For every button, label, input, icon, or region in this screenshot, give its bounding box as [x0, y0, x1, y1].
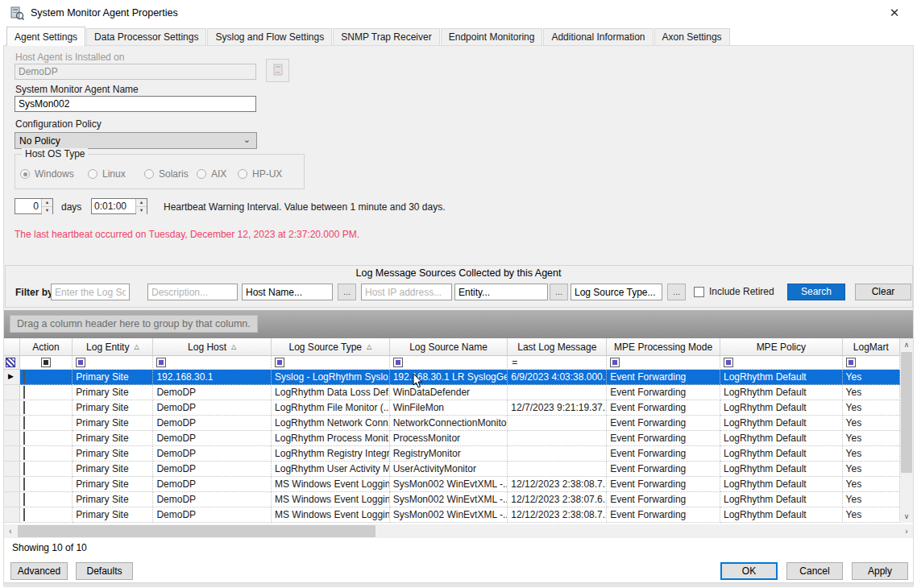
- table-row[interactable]: Primary SiteDemoDPMS Windows Event Loggi…: [4, 492, 900, 507]
- group-by-bar[interactable]: Drag a column header here to group by th…: [4, 310, 913, 338]
- agent-name-field[interactable]: [15, 96, 256, 112]
- cell-action: [20, 507, 73, 523]
- group-by-hint: Drag a column header here to group by th…: [10, 315, 258, 333]
- cancel-button[interactable]: Cancel: [786, 562, 843, 580]
- host-ip-filter-input[interactable]: [361, 284, 452, 300]
- vscroll-thumb[interactable]: [901, 352, 912, 473]
- filter-cell-action[interactable]: [20, 356, 73, 370]
- filter-cell-log-entity[interactable]: [73, 356, 153, 370]
- select-all-filter-icon: [41, 358, 51, 367]
- tab-agent-settings[interactable]: Agent Settings: [6, 27, 85, 46]
- tab-snmp-trap-receiver[interactable]: SNMP Trap Receiver: [333, 28, 439, 45]
- table-row[interactable]: Primary SiteDemoDPLogRhythm File Monitor…: [4, 400, 900, 416]
- defaults-button[interactable]: Defaults: [76, 562, 133, 580]
- filter-cell-logmart[interactable]: [843, 356, 900, 370]
- search-button[interactable]: Search: [787, 284, 845, 300]
- include-retired-option[interactable]: Include Retired: [694, 286, 774, 297]
- include-retired-checkbox[interactable]: [694, 287, 704, 297]
- apply-button[interactable]: Apply: [852, 562, 908, 580]
- row-checkbox[interactable]: [23, 416, 25, 429]
- table-row[interactable]: Primary SiteDemoDPMS Windows Event Loggi…: [4, 507, 900, 523]
- host-name-filter-input[interactable]: [242, 284, 333, 300]
- table-row[interactable]: Primary SiteDemoDPLogRhythm Process Moni…: [4, 431, 900, 446]
- hscroll-thumb[interactable]: [18, 525, 376, 537]
- host-name-browse-button[interactable]: ...: [338, 284, 356, 300]
- table-row[interactable]: Primary SiteDemoDPLogRhythm Registry Int…: [4, 446, 900, 462]
- row-checkbox[interactable]: [23, 401, 25, 414]
- spin-down-icon[interactable]: ▼: [42, 207, 52, 214]
- advanced-button[interactable]: Advanced: [10, 562, 68, 580]
- column-header-log-entity[interactable]: Log Entity△: [73, 338, 153, 356]
- row-indicator-cell: [4, 416, 20, 431]
- column-header-log-source-type[interactable]: Log Source Type△: [272, 338, 390, 356]
- cell-entity: Primary Site: [73, 400, 153, 416]
- description-filter-input[interactable]: [147, 284, 238, 300]
- os-radio-linux[interactable]: Linux: [88, 168, 126, 180]
- days-stepper[interactable]: 0 ▲▼: [15, 198, 53, 214]
- host-browse-button[interactable]: [266, 59, 289, 82]
- filter-cell-mpe-processing-mode[interactable]: [607, 356, 720, 370]
- clear-button[interactable]: Clear: [855, 284, 911, 300]
- os-radio-hp-ux[interactable]: HP-UX: [238, 168, 282, 180]
- os-radio-aix[interactable]: AIX: [197, 168, 226, 180]
- scroll-up-icon[interactable]: ∧: [900, 338, 913, 351]
- scroll-down-icon[interactable]: ∨: [900, 510, 913, 523]
- row-checkbox[interactable]: [23, 432, 25, 445]
- log-source-type-browse-button[interactable]: ...: [667, 284, 686, 300]
- row-checkbox[interactable]: [23, 462, 25, 475]
- scroll-left-icon[interactable]: ‹: [4, 524, 17, 538]
- table-row[interactable]: Primary SiteDemoDPLogRhythm Network Conn…: [4, 416, 900, 431]
- os-radio-windows[interactable]: Windows: [20, 168, 74, 180]
- entity-browse-button[interactable]: ...: [550, 284, 568, 300]
- column-header-logmart[interactable]: LogMart: [843, 338, 900, 356]
- filter-cell-mpe-policy[interactable]: [720, 356, 843, 370]
- column-header-log-source-name[interactable]: Log Source Name: [390, 338, 508, 356]
- row-checkbox[interactable]: [23, 508, 25, 521]
- interval-stepper[interactable]: 0:01:00 ▲▼: [91, 198, 147, 214]
- log-source-type-filter-input[interactable]: [571, 284, 662, 300]
- row-checkbox[interactable]: [23, 447, 25, 460]
- spin-down-icon[interactable]: ▼: [136, 207, 147, 214]
- tab-syslog-and-flow-settings[interactable]: Syslog and Flow Settings: [207, 28, 332, 45]
- ok-button[interactable]: OK: [720, 562, 778, 580]
- log-source-filter-input[interactable]: [51, 284, 130, 300]
- filter-by-label: Filter by: [15, 287, 53, 298]
- tab-axon-settings[interactable]: Axon Settings: [654, 28, 730, 45]
- os-radio-solaris[interactable]: Solaris: [144, 168, 189, 180]
- scroll-right-icon[interactable]: ›: [900, 524, 913, 538]
- column-header-mpe-policy[interactable]: MPE Policy: [720, 338, 843, 356]
- equals-filter-icon: =: [512, 357, 517, 368]
- close-icon[interactable]: ✕: [885, 5, 904, 21]
- vertical-scrollbar[interactable]: ∧ ∨: [900, 338, 913, 523]
- clear-filters-cell[interactable]: [4, 356, 20, 370]
- spin-up-icon[interactable]: ▲: [136, 199, 147, 207]
- row-checkbox[interactable]: [23, 371, 25, 383]
- column-header-action[interactable]: Action: [20, 338, 73, 356]
- row-checkbox[interactable]: [23, 478, 25, 491]
- filter-cell-log-source-type[interactable]: [272, 356, 390, 370]
- tab-endpoint-monitoring[interactable]: Endpoint Monitoring: [441, 28, 543, 45]
- table-row[interactable]: ▶Primary Site192.168.30.1Syslog - LogRhy…: [4, 370, 900, 385]
- cell-last: 12/7/2023 9:21:19.37...: [508, 400, 607, 416]
- column-header-log-host[interactable]: Log Host△: [153, 338, 272, 356]
- column-header-last-log-message[interactable]: Last Log Message: [508, 338, 607, 356]
- filter-cell-log-source-name[interactable]: [390, 356, 508, 370]
- radio-icon: [88, 169, 98, 179]
- sources-title: Log Message Sources Collected by this Ag…: [4, 267, 913, 279]
- tab-data-processor-settings[interactable]: Data Processor Settings: [86, 28, 206, 45]
- filter-cell-last-log-message[interactable]: =: [508, 356, 607, 370]
- table-row[interactable]: Primary SiteDemoDPMS Windows Event Loggi…: [4, 477, 900, 492]
- config-policy-select[interactable]: No Policy ⌄: [15, 132, 257, 149]
- cell-logmart: Yes: [843, 492, 900, 507]
- spin-up-icon[interactable]: ▲: [42, 199, 52, 207]
- tab-additional-information[interactable]: Additional Information: [543, 28, 653, 45]
- table-row[interactable]: Primary SiteDemoDPLogRhythm User Activit…: [4, 462, 900, 477]
- row-checkbox[interactable]: [23, 493, 25, 506]
- table-row[interactable]: Primary SiteDemoDPLogRhythm Data Loss De…: [4, 385, 900, 400]
- horizontal-scrollbar[interactable]: ‹ ›: [4, 524, 913, 538]
- entity-filter-input[interactable]: [454, 284, 548, 300]
- cell-name: SysMon002 WinEvtXML -...: [390, 492, 508, 507]
- filter-cell-log-host[interactable]: [153, 356, 272, 370]
- column-header-mpe-processing-mode[interactable]: MPE Processing Mode: [607, 338, 720, 356]
- row-checkbox[interactable]: [23, 386, 25, 399]
